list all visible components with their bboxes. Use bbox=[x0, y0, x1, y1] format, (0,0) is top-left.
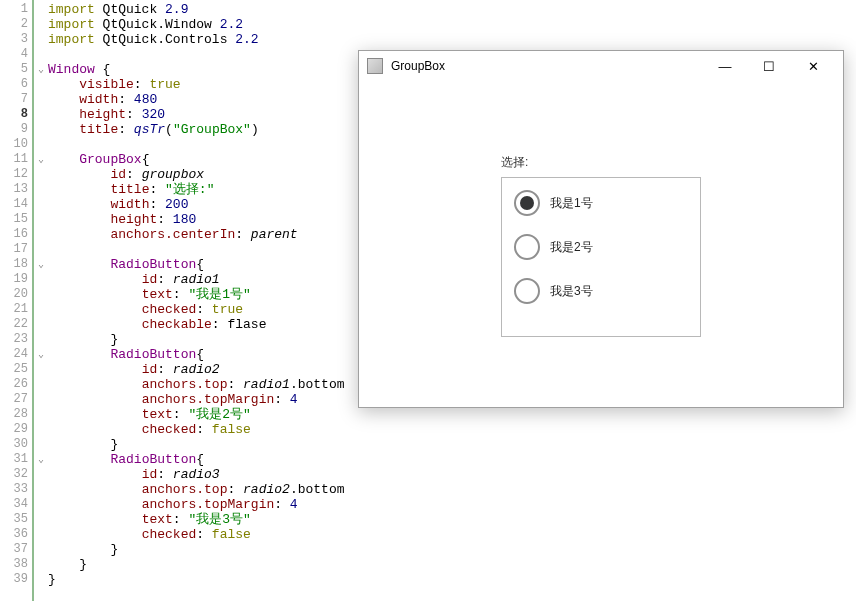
close-button[interactable]: ✕ bbox=[791, 51, 835, 81]
code-line[interactable] bbox=[48, 242, 344, 257]
code-line[interactable]: title: qsTr("GroupBox") bbox=[48, 122, 344, 137]
fold-spacer bbox=[34, 527, 48, 542]
line-number: 19 bbox=[0, 272, 32, 287]
fold-toggle-icon[interactable]: ⌄ bbox=[34, 257, 48, 272]
code-line[interactable]: id: groupbox bbox=[48, 167, 344, 182]
line-number: 4 bbox=[0, 47, 32, 62]
fold-spacer bbox=[34, 497, 48, 512]
fold-spacer bbox=[34, 422, 48, 437]
radio-indicator-icon bbox=[514, 234, 540, 260]
fold-spacer bbox=[34, 542, 48, 557]
code-line[interactable]: checked: false bbox=[48, 422, 344, 437]
code-line[interactable]: } bbox=[48, 542, 344, 557]
line-number: 23 bbox=[0, 332, 32, 347]
line-number: 29 bbox=[0, 422, 32, 437]
fold-spacer bbox=[34, 122, 48, 137]
fold-spacer bbox=[34, 392, 48, 407]
fold-spacer bbox=[34, 107, 48, 122]
code-line[interactable]: checkable: flase bbox=[48, 317, 344, 332]
line-number: 17 bbox=[0, 242, 32, 257]
code-line[interactable]: checked: false bbox=[48, 527, 344, 542]
app-window: GroupBox — ☐ ✕ 选择: 我是1号我是2号我是3号 bbox=[358, 50, 844, 408]
fold-spacer bbox=[34, 287, 48, 302]
radio-option-2[interactable]: 我是2号 bbox=[514, 232, 688, 262]
line-number: 1 bbox=[0, 2, 32, 17]
code-line[interactable]: import QtQuick.Controls 2.2 bbox=[48, 32, 344, 47]
line-number: 10 bbox=[0, 137, 32, 152]
fold-spacer bbox=[34, 437, 48, 452]
code-line[interactable]: } bbox=[48, 332, 344, 347]
code-line[interactable] bbox=[48, 47, 344, 62]
code-line[interactable]: text: "我是1号" bbox=[48, 287, 344, 302]
fold-spacer bbox=[34, 137, 48, 152]
groupbox-title: 选择: bbox=[501, 154, 701, 171]
code-line[interactable]: checked: true bbox=[48, 302, 344, 317]
fold-toggle-icon[interactable]: ⌄ bbox=[34, 347, 48, 362]
code-line[interactable]: height: 180 bbox=[48, 212, 344, 227]
line-number: 20 bbox=[0, 287, 32, 302]
line-number: 35 bbox=[0, 512, 32, 527]
line-number: 39 bbox=[0, 572, 32, 587]
line-number: 26 bbox=[0, 377, 32, 392]
radio-option-1[interactable]: 我是1号 bbox=[514, 188, 688, 218]
radio-option-3[interactable]: 我是3号 bbox=[514, 276, 688, 306]
code-editor[interactable]: 1234567891011121314151617181920212223242… bbox=[0, 0, 360, 601]
code-line[interactable]: anchors.centerIn: parent bbox=[48, 227, 344, 242]
code-line[interactable]: height: 320 bbox=[48, 107, 344, 122]
code-line[interactable]: text: "我是2号" bbox=[48, 407, 344, 422]
code-line[interactable]: anchors.top: radio2.bottom bbox=[48, 482, 344, 497]
window-icon bbox=[367, 58, 383, 74]
line-number: 31 bbox=[0, 452, 32, 467]
code-line[interactable]: id: radio1 bbox=[48, 272, 344, 287]
code-line[interactable]: text: "我是3号" bbox=[48, 512, 344, 527]
code-line[interactable]: title: "选择:" bbox=[48, 182, 344, 197]
fold-spacer bbox=[34, 482, 48, 497]
fold-spacer bbox=[34, 317, 48, 332]
maximize-button[interactable]: ☐ bbox=[747, 51, 791, 81]
code-line[interactable]: id: radio2 bbox=[48, 362, 344, 377]
code-line[interactable]: RadioButton{ bbox=[48, 257, 344, 272]
code-line[interactable]: anchors.topMargin: 4 bbox=[48, 497, 344, 512]
code-line[interactable]: anchors.topMargin: 4 bbox=[48, 392, 344, 407]
code-line[interactable]: import QtQuick.Window 2.2 bbox=[48, 17, 344, 32]
radio-indicator-icon bbox=[514, 190, 540, 216]
minimize-button[interactable]: — bbox=[703, 51, 747, 81]
code-line[interactable]: visible: true bbox=[48, 77, 344, 92]
code-line[interactable]: } bbox=[48, 572, 344, 587]
code-line[interactable]: id: radio3 bbox=[48, 467, 344, 482]
code-line[interactable]: GroupBox{ bbox=[48, 152, 344, 167]
code-area[interactable]: import QtQuick 2.9import QtQuick.Window … bbox=[48, 0, 344, 601]
line-number: 7 bbox=[0, 92, 32, 107]
window-title: GroupBox bbox=[391, 59, 445, 73]
title-bar[interactable]: GroupBox — ☐ ✕ bbox=[359, 51, 843, 81]
code-line[interactable]: import QtQuick 2.9 bbox=[48, 2, 344, 17]
radio-label: 我是3号 bbox=[550, 283, 593, 300]
code-line[interactable]: anchors.top: radio1.bottom bbox=[48, 377, 344, 392]
line-number: 5 bbox=[0, 62, 32, 77]
code-line[interactable]: Window { bbox=[48, 62, 344, 77]
fold-spacer bbox=[34, 242, 48, 257]
line-number: 3 bbox=[0, 32, 32, 47]
code-line[interactable]: } bbox=[48, 437, 344, 452]
code-line[interactable]: width: 480 bbox=[48, 92, 344, 107]
line-number: 14 bbox=[0, 197, 32, 212]
fold-spacer bbox=[34, 407, 48, 422]
fold-toggle-icon[interactable]: ⌄ bbox=[34, 452, 48, 467]
line-number: 18 bbox=[0, 257, 32, 272]
code-line[interactable]: RadioButton{ bbox=[48, 347, 344, 362]
line-number: 15 bbox=[0, 212, 32, 227]
code-line[interactable]: RadioButton{ bbox=[48, 452, 344, 467]
fold-spacer bbox=[34, 2, 48, 17]
code-line[interactable] bbox=[48, 137, 344, 152]
code-line[interactable]: } bbox=[48, 557, 344, 572]
fold-toggle-icon[interactable]: ⌄ bbox=[34, 62, 48, 77]
fold-spacer bbox=[34, 302, 48, 317]
fold-column[interactable]: ⌄⌄⌄⌄⌄ bbox=[34, 0, 48, 601]
fold-spacer bbox=[34, 467, 48, 482]
code-line[interactable]: width: 200 bbox=[48, 197, 344, 212]
fold-spacer bbox=[34, 182, 48, 197]
line-number: 22 bbox=[0, 317, 32, 332]
fold-spacer bbox=[34, 167, 48, 182]
fold-toggle-icon[interactable]: ⌄ bbox=[34, 152, 48, 167]
groupbox: 选择: 我是1号我是2号我是3号 bbox=[501, 154, 701, 334]
